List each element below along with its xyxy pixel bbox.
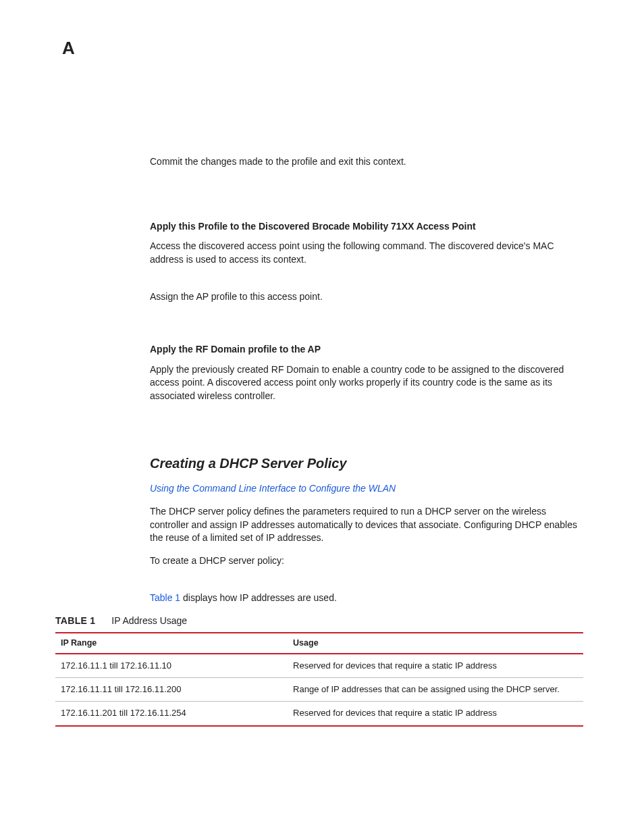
cli-config-link-text[interactable]: Using the Command Line Interface to Conf… (150, 483, 396, 494)
table-caption-text: IP Address Usage (111, 615, 187, 626)
table-row: 172.16.11.1 till 172.16.11.10 Reserved f… (55, 654, 583, 678)
table-row: 172.16.11.201 till 172.16.11.254 Reserve… (55, 702, 583, 726)
appendix-letter: A (62, 38, 75, 59)
apply-profile-para: Access the discovered access point using… (150, 240, 582, 266)
page-content: Commit the changes made to the profile a… (150, 155, 582, 727)
table-intro: Table 1 displays how IP addresses are us… (150, 592, 582, 605)
assign-ap-para: Assign the AP profile to this access poi… (150, 290, 582, 304)
table-caption: TABLE 1 IP Address Usage (55, 615, 583, 628)
cell-usage: Reserved for devices that require a stat… (288, 702, 583, 726)
col-header-ip-range: IP Range (55, 633, 288, 654)
cell-usage: Reserved for devices that require a stat… (288, 654, 583, 678)
cell-usage: Range of IP addresses that can be assign… (288, 678, 583, 702)
dhcp-policy-title: Creating a DHCP Server Policy (150, 454, 582, 473)
apply-rf-para: Apply the previously created RF Domain t… (150, 363, 582, 403)
table-label: TABLE 1 (55, 615, 95, 626)
apply-rf-heading: Apply the RF Domain profile to the AP (150, 343, 582, 357)
ip-usage-table-wrap: TABLE 1 IP Address Usage IP Range Usage … (55, 615, 583, 727)
document-page: A Commit the changes made to the profile… (0, 0, 644, 834)
table-header-row: IP Range Usage (55, 633, 583, 654)
dhcp-policy-instruction: To create a DHCP server policy: (150, 554, 582, 568)
cli-config-link: Using the Command Line Interface to Conf… (150, 482, 582, 496)
cell-ip-range: 172.16.11.1 till 172.16.11.10 (55, 654, 288, 678)
commit-para: Commit the changes made to the profile a… (150, 155, 582, 169)
table-intro-rest: displays how IP addresses are used. (180, 592, 337, 603)
table-ref-link[interactable]: Table 1 (150, 592, 180, 603)
col-header-usage: Usage (288, 633, 583, 654)
cell-ip-range: 172.16.11.201 till 172.16.11.254 (55, 702, 288, 726)
dhcp-policy-desc: The DHCP server policy defines the param… (150, 505, 582, 545)
apply-profile-heading: Apply this Profile to the Discovered Bro… (150, 220, 582, 234)
ip-usage-table: IP Range Usage 172.16.11.1 till 172.16.1… (55, 632, 583, 727)
table-row: 172.16.11.11 till 172.16.11.200 Range of… (55, 678, 583, 702)
cell-ip-range: 172.16.11.11 till 172.16.11.200 (55, 678, 288, 702)
